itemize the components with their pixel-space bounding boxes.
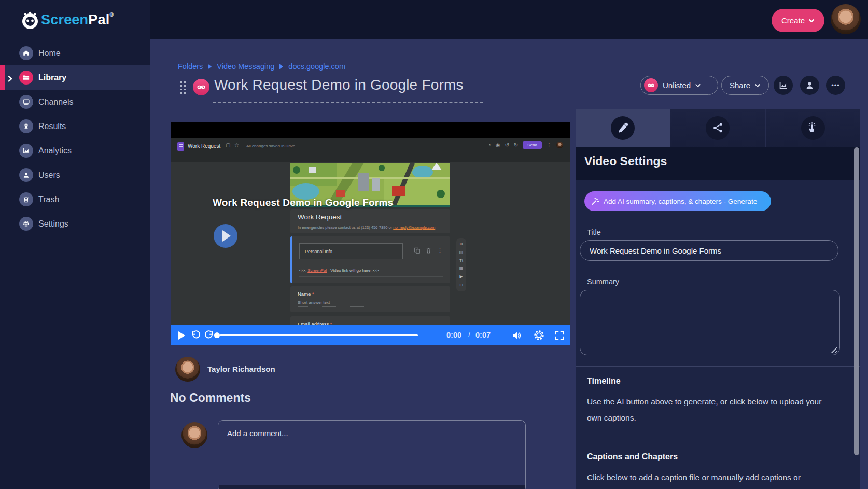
ellipsis-icon: ••• xyxy=(831,81,840,89)
video-link-placeholder: <<< ScreenPal - Video link will go here … xyxy=(299,268,379,273)
seek-track[interactable] xyxy=(220,334,418,336)
create-label: Create xyxy=(781,16,805,25)
share-dropdown[interactable]: Share xyxy=(721,76,769,95)
screenpal-wordmark: ScreenPal® xyxy=(41,10,114,29)
time-separator: / xyxy=(468,331,470,339)
panel-tabs xyxy=(576,109,860,147)
timeline-description: Use the AI button above to generate, or … xyxy=(587,394,835,426)
add-section-icon: ⊟ xyxy=(459,283,463,287)
chevron-right-icon xyxy=(7,75,13,81)
fullscreen-icon[interactable] xyxy=(554,330,565,341)
redo-icon: ↻ xyxy=(514,142,518,148)
video-letterbox xyxy=(171,122,570,138)
title-input[interactable] xyxy=(580,240,838,261)
import-questions-icon: ▤ xyxy=(459,250,464,255)
share-label: Share xyxy=(730,81,750,90)
captions-heading: Captions and Chapters xyxy=(587,452,678,462)
user-avatar[interactable] xyxy=(831,4,861,34)
title-field-label: Title xyxy=(587,228,601,236)
video-player[interactable]: Work Request ▢ ☆ All changes saved in Dr… xyxy=(171,122,570,345)
page-title[interactable]: Work Request Demo in Google Forms xyxy=(214,77,464,93)
name-question-label: Name * xyxy=(298,291,314,297)
sidebar-item-library[interactable]: Library xyxy=(0,65,150,90)
seek-handle[interactable] xyxy=(214,332,220,338)
panel-heading: Video Settings xyxy=(584,155,667,169)
sidebar-item-analytics[interactable]: Analytics xyxy=(0,138,150,163)
tab-video-settings[interactable] xyxy=(576,109,670,147)
breadcrumb-docs-google-com[interactable]: docs.google.com xyxy=(288,62,345,71)
volume-icon[interactable] xyxy=(511,330,523,341)
more-options-button[interactable]: ••• xyxy=(826,76,845,95)
analytics-chart-icon xyxy=(19,144,33,158)
screenpal-app: Create ScreenPal® Home xyxy=(0,0,868,489)
top-bar: Create xyxy=(150,0,868,39)
breadcrumb-folders[interactable]: Folders xyxy=(178,62,203,71)
viewers-button[interactable] xyxy=(800,76,819,95)
rewind-icon[interactable] xyxy=(190,330,201,341)
channels-icon xyxy=(19,95,33,109)
summary-textarea[interactable] xyxy=(580,290,840,355)
privacy-dropdown[interactable]: Unlisted xyxy=(640,76,718,95)
video-link-icon xyxy=(193,79,209,95)
form-title-card: Work Request In emergencies please conta… xyxy=(290,209,450,233)
form-name-card: Name * Short answer text xyxy=(290,286,450,312)
sidebar: ScreenPal® Home Library Channels Results xyxy=(0,0,150,489)
ai-generate-button[interactable]: Add AI summary, captions, & chapters - G… xyxy=(584,191,771,211)
folder-move-icon: ▢ xyxy=(226,142,230,148)
big-play-button[interactable] xyxy=(214,224,237,248)
sidebar-item-settings[interactable]: Settings xyxy=(0,212,150,236)
play-button[interactable] xyxy=(178,331,185,340)
tab-interactions[interactable] xyxy=(766,109,860,147)
undo-icon: ↺ xyxy=(505,142,509,148)
sidebar-item-results[interactable]: Results xyxy=(0,114,150,138)
drag-handle[interactable] xyxy=(179,80,186,95)
forward-icon[interactable] xyxy=(204,330,215,341)
sidebar-nav: Home Library Channels Results Analytics xyxy=(0,41,150,236)
results-award-icon xyxy=(19,119,33,133)
player-settings-gear-icon[interactable] xyxy=(533,329,545,341)
forms-account-avatar xyxy=(556,142,563,148)
trash-icon xyxy=(426,247,431,254)
add-image-icon: ▦ xyxy=(459,267,464,271)
library-folder-icon xyxy=(19,71,33,85)
video-forms-chrome: Work Request ▢ ☆ All changes saved in Dr… xyxy=(171,138,570,162)
tab-share[interactable] xyxy=(670,109,765,147)
panel-scrollbar[interactable] xyxy=(854,147,859,455)
pencil-icon xyxy=(611,116,635,140)
sidebar-item-trash[interactable]: Trash xyxy=(0,187,150,212)
breadcrumb-video-messaging[interactable]: Video Messaging xyxy=(217,62,274,71)
form-subtitle: In emergencies please contact us at (123… xyxy=(298,225,435,230)
magic-wand-icon xyxy=(591,197,599,206)
add-text-icon: Tt xyxy=(459,259,463,263)
owner-avatar xyxy=(175,357,200,382)
question-divider xyxy=(299,276,443,277)
comment-placeholder: Add a comment... xyxy=(227,429,288,438)
screenpal-link: ScreenPal xyxy=(307,268,327,273)
analytics-chart-icon xyxy=(778,80,788,90)
google-forms-icon xyxy=(177,142,184,151)
commenter-avatar xyxy=(181,422,207,448)
chevron-down-icon xyxy=(754,82,761,89)
owner-name: Taylor Richardson xyxy=(207,365,275,373)
sidebar-item-users[interactable]: Users xyxy=(0,163,150,187)
screenpal-logo[interactable]: ScreenPal® xyxy=(21,10,114,29)
ai-generate-label: Add AI summary, captions, & chapters - G… xyxy=(604,198,757,205)
breadcrumb: Folders Video Messaging docs.google.com xyxy=(178,62,345,71)
create-button[interactable]: Create xyxy=(772,9,824,32)
email-link: no_reply@example.com xyxy=(393,225,435,230)
sidebar-item-home[interactable]: Home xyxy=(0,41,150,65)
add-question-icon: ⊕ xyxy=(459,242,463,246)
comment-input[interactable]: Add a comment... xyxy=(218,420,526,489)
comment-toolbar-strip xyxy=(219,485,525,489)
forms-toolbar-right: ◔ ◉ ↺ ↻ Send ⋮ xyxy=(488,141,563,149)
analytics-button[interactable] xyxy=(774,76,793,95)
forms-doc-title: Work Request xyxy=(188,143,220,149)
form-title: Work Request xyxy=(298,213,342,221)
kebab-icon: ⋮ xyxy=(437,247,443,254)
section-divider xyxy=(576,442,860,442)
home-icon xyxy=(19,46,33,60)
sidebar-item-channels[interactable]: Channels xyxy=(0,90,150,114)
link-icon xyxy=(644,78,658,92)
gear-icon xyxy=(19,217,33,231)
forms-saved-status: All changes saved in Drive xyxy=(246,144,295,148)
